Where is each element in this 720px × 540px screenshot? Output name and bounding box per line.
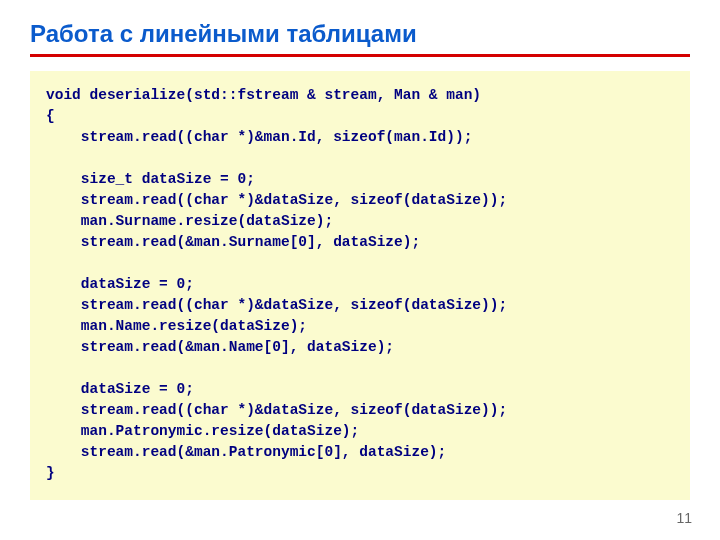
code-content: void deserialize(std::fstream & stream, …	[46, 85, 674, 484]
slide: Работа с линейными таблицами void deseri…	[0, 0, 720, 540]
title-underline	[30, 54, 690, 57]
slide-title: Работа с линейными таблицами	[30, 20, 690, 48]
page-number: 11	[676, 510, 692, 526]
code-block: void deserialize(std::fstream & stream, …	[30, 71, 690, 500]
